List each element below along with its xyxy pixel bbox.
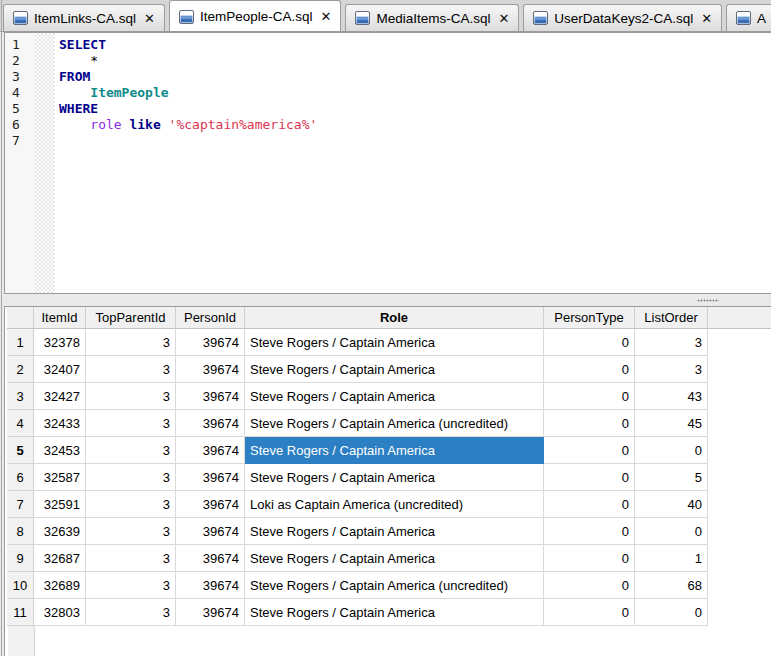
cell[interactable]: 0: [544, 464, 635, 491]
cell[interactable]: 0: [544, 491, 635, 518]
column-header-itemid[interactable]: ItemId: [34, 307, 86, 329]
row-number[interactable]: 2: [7, 356, 34, 383]
cell[interactable]: 0: [635, 518, 708, 545]
tab-itempeople-ca-sql[interactable]: ItemPeople-CA.sql✕: [169, 0, 341, 32]
cell[interactable]: 5: [635, 464, 708, 491]
cell[interactable]: 39674: [176, 383, 245, 410]
cell[interactable]: 0: [544, 437, 635, 464]
tab-userdatakeys2-ca-sql[interactable]: UserDataKeys2-CA.sql✕: [523, 4, 722, 31]
cell[interactable]: 32687: [34, 545, 86, 572]
row-number[interactable]: 8: [7, 518, 34, 545]
cell[interactable]: Steve Rogers / Captain America: [245, 464, 544, 491]
cell[interactable]: 32407: [34, 356, 86, 383]
cell[interactable]: 39674: [176, 491, 245, 518]
cell[interactable]: Steve Rogers / Captain America: [245, 356, 544, 383]
cell[interactable]: 0: [544, 572, 635, 599]
tab-mediaitems-ca-sql[interactable]: MediaItems-CA.sql✕: [345, 4, 519, 31]
cell[interactable]: 0: [544, 599, 635, 626]
cell[interactable]: 32587: [34, 464, 86, 491]
cell[interactable]: 40: [635, 491, 708, 518]
sql-code-area[interactable]: SELECT *FROM ItemPeopleWHERE role like '…: [55, 33, 771, 293]
cell[interactable]: 3: [86, 437, 176, 464]
row-number[interactable]: 4: [7, 410, 34, 437]
cell[interactable]: 3: [86, 383, 176, 410]
cell[interactable]: 39674: [176, 410, 245, 437]
cell[interactable]: 45: [635, 410, 708, 437]
column-header-persontype[interactable]: PersonType: [544, 307, 635, 329]
cell[interactable]: Loki as Captain America (uncredited): [245, 491, 544, 518]
row-number[interactable]: 10: [7, 572, 34, 599]
column-header-listorder[interactable]: ListOrder: [635, 307, 708, 329]
cell[interactable]: 1: [635, 545, 708, 572]
cell[interactable]: 39674: [176, 356, 245, 383]
sql-file-icon: [179, 10, 194, 24]
table-row: 432433339674Steve Rogers / Captain Ameri…: [7, 410, 771, 437]
row-number[interactable]: 6: [7, 464, 34, 491]
cell[interactable]: 32803: [34, 599, 86, 626]
cell[interactable]: Steve Rogers / Captain America (uncredit…: [245, 572, 544, 599]
cell[interactable]: 0: [544, 356, 635, 383]
tab-close-icon[interactable]: ✕: [701, 11, 712, 26]
row-number[interactable]: 5: [7, 437, 34, 464]
cell[interactable]: 32591: [34, 491, 86, 518]
cell[interactable]: 39674: [176, 464, 245, 491]
row-number[interactable]: 9: [7, 545, 34, 572]
cell[interactable]: 39674: [176, 329, 245, 356]
tab-a[interactable]: A: [726, 4, 771, 31]
table-row: 132378339674Steve Rogers / Captain Ameri…: [7, 329, 771, 356]
cell[interactable]: 43: [635, 383, 708, 410]
cell[interactable]: Steve Rogers / Captain America: [245, 383, 544, 410]
tab-close-icon[interactable]: ✕: [144, 11, 155, 26]
cell[interactable]: 0: [544, 518, 635, 545]
cell[interactable]: 0: [544, 383, 635, 410]
cell[interactable]: 3: [86, 329, 176, 356]
tab-close-icon[interactable]: ✕: [498, 11, 509, 26]
row-number[interactable]: 11: [7, 599, 34, 626]
cell[interactable]: 3: [86, 518, 176, 545]
cell[interactable]: 3: [86, 491, 176, 518]
cell[interactable]: 3: [635, 329, 708, 356]
cell[interactable]: 3: [86, 572, 176, 599]
cell[interactable]: 39674: [176, 518, 245, 545]
cell[interactable]: Steve Rogers / Captain America: [245, 545, 544, 572]
cell[interactable]: 39674: [176, 599, 245, 626]
pane-splitter[interactable]: [0, 294, 771, 306]
cell[interactable]: 39674: [176, 572, 245, 599]
sql-editor[interactable]: 1234567 SELECT *FROM ItemPeopleWHERE rol…: [4, 32, 771, 294]
cell[interactable]: Steve Rogers / Captain America (uncredit…: [245, 410, 544, 437]
cell[interactable]: 0: [544, 329, 635, 356]
cell[interactable]: 68: [635, 572, 708, 599]
cell[interactable]: 3: [86, 464, 176, 491]
code-line: FROM: [59, 69, 771, 85]
cell[interactable]: Steve Rogers / Captain America: [245, 329, 544, 356]
cell[interactable]: 0: [544, 545, 635, 572]
cell[interactable]: 32453: [34, 437, 86, 464]
column-header-topparentid[interactable]: TopParentId: [86, 307, 176, 329]
cell[interactable]: 0: [635, 437, 708, 464]
row-number[interactable]: 3: [7, 383, 34, 410]
selected-cell[interactable]: Steve Rogers / Captain America: [245, 437, 544, 464]
cell[interactable]: 32378: [34, 329, 86, 356]
cell[interactable]: 32689: [34, 572, 86, 599]
cell[interactable]: 39674: [176, 545, 245, 572]
cell[interactable]: 3: [86, 545, 176, 572]
row-number[interactable]: 7: [7, 491, 34, 518]
column-header-personid[interactable]: PersonId: [176, 307, 245, 329]
cell[interactable]: 32427: [34, 383, 86, 410]
cell[interactable]: 3: [86, 599, 176, 626]
cell[interactable]: 0: [544, 410, 635, 437]
tab-close-icon[interactable]: ✕: [321, 9, 332, 24]
cell[interactable]: Steve Rogers / Captain America: [245, 599, 544, 626]
cell[interactable]: 0: [635, 599, 708, 626]
cell[interactable]: 3: [86, 356, 176, 383]
cell[interactable]: 39674: [176, 437, 245, 464]
cell[interactable]: 32639: [34, 518, 86, 545]
cell[interactable]: Steve Rogers / Captain America: [245, 518, 544, 545]
cell[interactable]: 3: [86, 410, 176, 437]
tab-itemlinks-ca-sql[interactable]: ItemLinks-CA.sql✕: [3, 4, 165, 31]
row-number[interactable]: 1: [7, 329, 34, 356]
cell[interactable]: 3: [635, 356, 708, 383]
column-header-role[interactable]: Role: [245, 307, 544, 329]
cell[interactable]: 32433: [34, 410, 86, 437]
line-number: 4: [12, 85, 35, 101]
